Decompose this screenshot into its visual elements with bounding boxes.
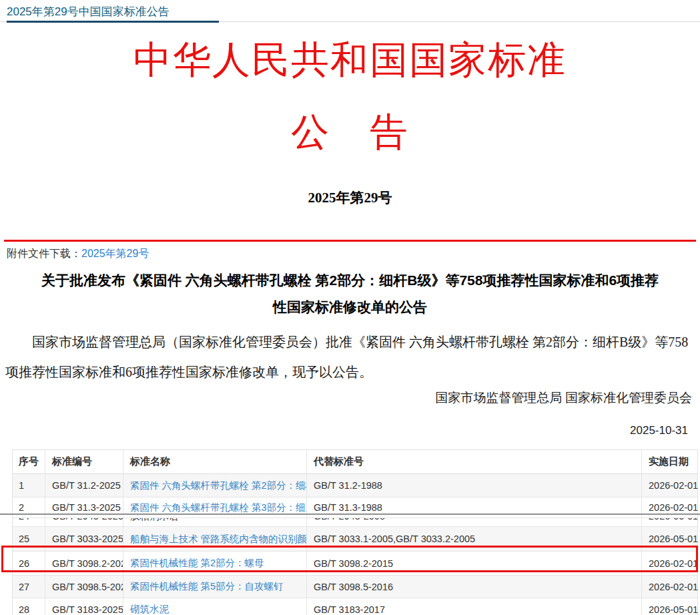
- issuing-authority: 国家市场监督管理总局 国家标准化管理委员会: [0, 390, 692, 406]
- announcement-body: 国家市场监督管理总局（国家标准化管理委员会）批准《紧固件 六角头螺杆带孔螺栓 第…: [5, 327, 695, 387]
- cell-replaces: GB/T 3033.1-2005,GB/T 3033.2-2005: [307, 527, 642, 551]
- cell-seq: 28: [13, 598, 45, 615]
- cell-replaces: GB/T 3098.2-2015: [307, 552, 642, 575]
- standard-link[interactable]: 砌筑水泥: [130, 603, 169, 615]
- cell-date: 2026-05-01: [642, 527, 698, 551]
- attachment-label: 附件文件下载：: [7, 248, 81, 259]
- cell-date: 2026-02-01: [642, 474, 698, 497]
- attachment-row: 附件文件下载：2025年第29号: [0, 242, 700, 265]
- table-row: 27 GB/T 3098.5-2025 紧固件机械性能 第5部分：自攻螺钉 GB…: [13, 576, 697, 598]
- table-row: 28 GB/T 3183-2025 砌筑水泥 GB/T 3183-2017 20…: [13, 598, 697, 615]
- cell-name: 紧固件机械性能 第2部分：螺母: [123, 552, 307, 575]
- tab-announcement[interactable]: 2025年第29号中国国家标准公告: [7, 0, 216, 22]
- page: 2025年第29号中国国家标准公告 中华人民共和国国家标准 公 告 2025年第…: [0, 0, 700, 615]
- table-row: 25 GB/T 3033-2025 船舶与海上技术 管路系统内含物的识别颜色 G…: [13, 527, 697, 552]
- cell-code: GB/T 3098.5-2025: [45, 576, 123, 598]
- announcement-title-line1: 关于批准发布《紧固件 六角头螺杆带孔螺栓 第2部分：细杆B级》等758项推荐性国…: [41, 272, 659, 288]
- header-name: 标准名称: [123, 450, 307, 473]
- standard-link[interactable]: 紧固件机械性能 第2部分：螺母: [130, 557, 264, 570]
- standards-table: 序号 标准编号 标准名称 代替标准号 实施日期 1 GB/T 31.2-2025…: [12, 449, 698, 615]
- cell-code: GB/T 3183-2025: [45, 598, 123, 615]
- table-row: 1 GB/T 31.2-2025 紧固件 六角头螺杆带孔螺栓 第2部分：细杆 B…: [13, 474, 697, 497]
- cell-name: 船舶与海上技术 管路系统内含物的识别颜色: [123, 527, 307, 551]
- header-seq: 序号: [13, 450, 45, 473]
- screenshot-seam-line: [0, 514, 700, 515]
- standard-link[interactable]: 紧固件机械性能 第5部分：自攻螺钉: [130, 580, 284, 593]
- announcement-title-line2: 性国家标准修改单的公告: [273, 299, 427, 315]
- cell-seq: 24: [13, 518, 45, 527]
- standard-link[interactable]: 胶粘剂术语: [130, 518, 179, 523]
- document-title: 中华人民共和国国家标准: [0, 39, 700, 81]
- cell-name: 砌筑水泥: [123, 598, 307, 615]
- cell-date: 2026-02-01: [642, 576, 698, 598]
- cell-code: GB/T 2943-2025: [45, 518, 123, 527]
- cell-code: GB/T 3098.2-2025: [45, 552, 123, 575]
- cell-replaces: GB/T 3183-2017: [307, 598, 642, 615]
- table-row: 2 GB/T 31.3-2025 紧固件 六角头螺杆带孔螺栓 第3部分：细牙螺纹…: [13, 497, 697, 518]
- announcement-title: 关于批准发布《紧固件 六角头螺杆带孔螺栓 第2部分：细杆B级》等758项推荐性国…: [0, 267, 700, 321]
- cell-seq: 27: [13, 576, 45, 598]
- document-number: 2025年第29号: [0, 189, 700, 206]
- header-code: 标准编号: [45, 450, 123, 473]
- cell-seq: 26: [13, 552, 45, 575]
- cell-date: 2026-05-01: [642, 518, 697, 527]
- active-tab-underline: [7, 21, 219, 23]
- cell-replaces: GB/T 3098.5-2016: [307, 576, 642, 598]
- cell-seq: 1: [13, 474, 45, 497]
- cell-name: 紧固件机械性能 第5部分：自攻螺钉: [123, 576, 307, 598]
- cell-name: 胶粘剂术语: [123, 518, 307, 527]
- standard-link[interactable]: 船舶与海上技术 管路系统内含物的识别颜色: [130, 533, 307, 546]
- table-row-clipped: 24 GB/T 2943-2025 胶粘剂术语 GB/T 2943-2008 2…: [13, 518, 697, 527]
- cell-date: 2026-05-01: [642, 598, 698, 615]
- cell-date: 2026-02-01: [642, 552, 698, 575]
- cell-replaces: GB/T 31.2-1988: [307, 474, 642, 497]
- cell-name: 紧固件 六角头螺杆带孔螺栓 第2部分：细杆 B级: [123, 474, 307, 497]
- table-row-highlighted: 26 GB/T 3098.2-2025 紧固件机械性能 第2部分：螺母 GB/T…: [13, 552, 697, 576]
- standard-link[interactable]: 紧固件 六角头螺杆带孔螺栓 第2部分：细杆 B级: [130, 479, 307, 492]
- document-title-gonggao: 公 告: [0, 112, 700, 152]
- header-replaces: 代替标准号: [307, 450, 642, 473]
- attachment-download-link[interactable]: 2025年第29号: [81, 248, 149, 259]
- cell-code: GB/T 3033-2025: [45, 527, 123, 551]
- tab-bar: 2025年第29号中国国家标准公告: [0, 0, 700, 22]
- cell-code: GB/T 31.2-2025: [45, 474, 123, 497]
- cell-replaces: GB/T 2943-2008: [307, 518, 642, 527]
- publication-date: 2025-10-31: [0, 423, 688, 438]
- header-date: 实施日期: [642, 450, 698, 473]
- cell-seq: 25: [13, 527, 45, 551]
- standard-link[interactable]: 紧固件 六角头螺杆带孔螺栓 第3部分：细牙螺纹: [130, 501, 307, 514]
- table-header-row: 序号 标准编号 标准名称 代替标准号 实施日期: [13, 450, 697, 474]
